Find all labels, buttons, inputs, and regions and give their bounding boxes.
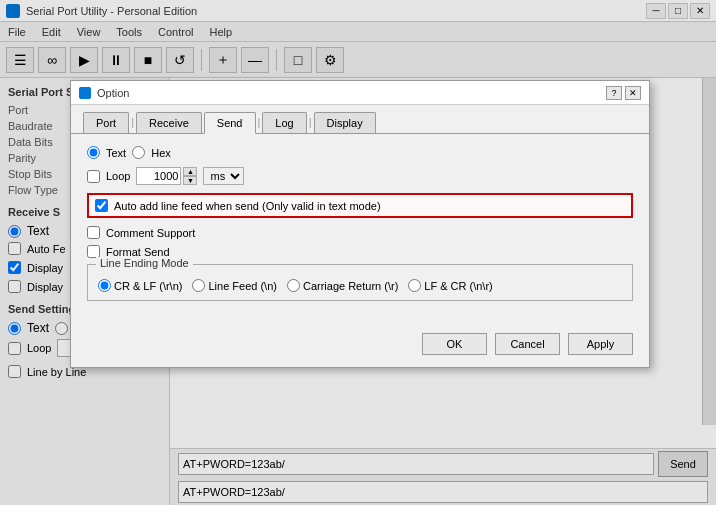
modal-icon <box>79 87 91 99</box>
line-ending-lfcr: LF & CR (\n\r) <box>408 279 492 292</box>
tab-display[interactable]: Display <box>314 112 376 133</box>
mode-hex-label: Hex <box>151 147 171 159</box>
modal-overlay: Option ? ✕ Port | Receive Send | Log | D… <box>0 0 716 505</box>
modal-tabs: Port | Receive Send | Log | Display <box>71 105 649 134</box>
tab-sep2: | <box>258 116 261 128</box>
apply-button[interactable]: Apply <box>568 333 633 355</box>
modal-body: Text Hex Loop ▲ ▼ ms s <box>71 134 649 325</box>
modal-title-left: Option <box>79 87 129 99</box>
loop-unit-select[interactable]: ms s <box>203 167 244 185</box>
modal-loop-row: Loop ▲ ▼ ms s <box>87 167 633 185</box>
mode-hex-radio[interactable] <box>132 146 145 159</box>
modal-close-button[interactable]: ✕ <box>625 86 641 100</box>
line-ending-cr: Carriage Return (\r) <box>287 279 398 292</box>
modal-loop-input[interactable] <box>136 167 181 185</box>
le-lf-radio[interactable] <box>192 279 205 292</box>
auto-add-line-feed-row: Auto add line feed when send (Only valid… <box>87 193 633 218</box>
le-crlf-label: CR & LF (\r\n) <box>114 280 182 292</box>
line-ending-title: Line Ending Mode <box>96 257 193 269</box>
loop-spinner: ▲ ▼ <box>183 167 197 185</box>
line-ending-group: Line Ending Mode CR & LF (\r\n) Line Fee… <box>87 264 633 301</box>
comment-support-row: Comment Support <box>87 226 633 239</box>
modal-footer: OK Cancel Apply <box>71 325 649 367</box>
cancel-button[interactable]: Cancel <box>495 333 560 355</box>
modal-help-button[interactable]: ? <box>606 86 622 100</box>
line-ending-lf: Line Feed (\n) <box>192 279 276 292</box>
tab-sep3: | <box>309 116 312 128</box>
auto-add-line-feed-label: Auto add line feed when send (Only valid… <box>114 200 381 212</box>
modal-loop-label: Loop <box>106 170 130 182</box>
tab-send[interactable]: Send <box>204 112 256 134</box>
mode-text-label: Text <box>106 147 126 159</box>
le-cr-label: Carriage Return (\r) <box>303 280 398 292</box>
line-ending-options-row: CR & LF (\r\n) Line Feed (\n) Carriage R… <box>98 279 622 292</box>
le-lfcr-radio[interactable] <box>408 279 421 292</box>
le-crlf-radio[interactable] <box>98 279 111 292</box>
tab-port[interactable]: Port <box>83 112 129 133</box>
tab-log[interactable]: Log <box>262 112 306 133</box>
tab-sep1: | <box>131 116 134 128</box>
modal-title-bar: Option ? ✕ <box>71 81 649 105</box>
le-lf-label: Line Feed (\n) <box>208 280 276 292</box>
mode-text-radio[interactable] <box>87 146 100 159</box>
ok-button[interactable]: OK <box>422 333 487 355</box>
loop-spinner-up[interactable]: ▲ <box>183 167 197 176</box>
le-lfcr-label: LF & CR (\n\r) <box>424 280 492 292</box>
le-cr-radio[interactable] <box>287 279 300 292</box>
comment-support-checkbox[interactable] <box>87 226 100 239</box>
option-dialog: Option ? ✕ Port | Receive Send | Log | D… <box>70 80 650 368</box>
modal-title-text: Option <box>97 87 129 99</box>
auto-add-line-feed-checkbox[interactable] <box>95 199 108 212</box>
line-ending-crlf: CR & LF (\r\n) <box>98 279 182 292</box>
modal-loop-checkbox[interactable] <box>87 170 100 183</box>
comment-support-label: Comment Support <box>106 227 195 239</box>
modal-title-controls: ? ✕ <box>606 86 641 100</box>
tab-receive[interactable]: Receive <box>136 112 202 133</box>
text-hex-radio-row: Text Hex <box>87 146 633 159</box>
format-send-label: Format Send <box>106 246 170 258</box>
main-window: Serial Port Utility - Personal Edition ─… <box>0 0 716 505</box>
loop-spinner-down[interactable]: ▼ <box>183 176 197 185</box>
